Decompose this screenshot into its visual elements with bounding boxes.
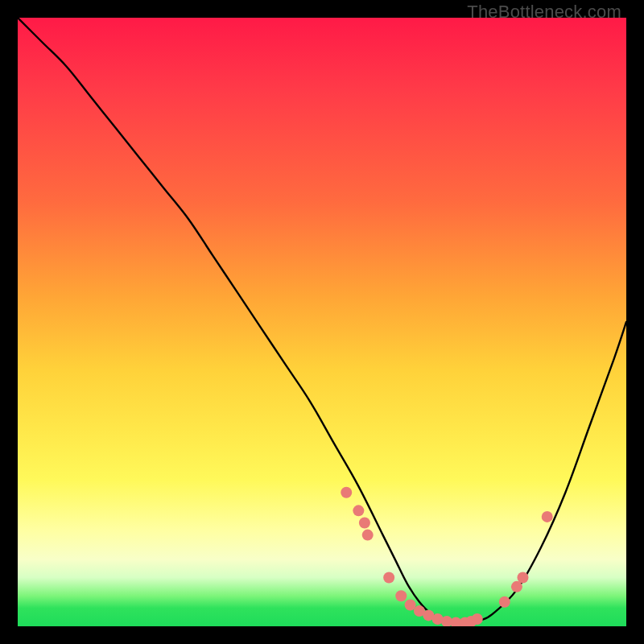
data-point bbox=[395, 590, 407, 601]
data-point bbox=[499, 597, 510, 608]
data-point bbox=[359, 517, 370, 528]
highlighted-points bbox=[341, 487, 552, 626]
chart-svg bbox=[18, 18, 626, 626]
chart-frame: TheBottleneck.com bbox=[0, 0, 644, 644]
data-point bbox=[383, 572, 394, 584]
data-point bbox=[517, 572, 528, 584]
data-point bbox=[341, 487, 352, 498]
plot-area bbox=[18, 18, 626, 626]
data-point bbox=[542, 511, 553, 522]
data-point bbox=[362, 530, 374, 541]
data-point bbox=[353, 505, 364, 516]
data-point bbox=[472, 613, 483, 625]
bottleneck-curve bbox=[18, 18, 626, 624]
